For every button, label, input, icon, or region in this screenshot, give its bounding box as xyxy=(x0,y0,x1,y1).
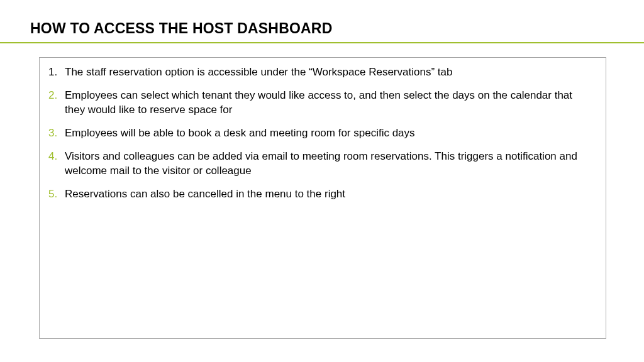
list-item: Visitors and colleagues can be added via… xyxy=(48,150,594,178)
list-item-text: Employees can select which tenant they w… xyxy=(65,89,594,118)
title-divider xyxy=(0,42,644,43)
instruction-list: The staff reservation option is accessib… xyxy=(48,65,594,202)
list-item-text: Employees will be able to book a desk an… xyxy=(65,126,594,141)
list-item-text: The staff reservation option is accessib… xyxy=(65,65,594,80)
list-item: Reservations can also be cancelled in th… xyxy=(48,187,594,202)
list-item-text: Visitors and colleagues can be added via… xyxy=(65,150,594,178)
slide: HOW TO ACCESS THE HOST DASHBOARD The sta… xyxy=(0,0,644,362)
slide-title: HOW TO ACCESS THE HOST DASHBOARD xyxy=(0,20,644,42)
list-item: The staff reservation option is accessib… xyxy=(48,65,594,80)
list-item-text: Reservations can also be cancelled in th… xyxy=(65,187,594,202)
list-item: Employees can select which tenant they w… xyxy=(48,89,594,118)
content-panel: The staff reservation option is accessib… xyxy=(39,57,606,339)
list-item: Employees will be able to book a desk an… xyxy=(48,126,594,141)
